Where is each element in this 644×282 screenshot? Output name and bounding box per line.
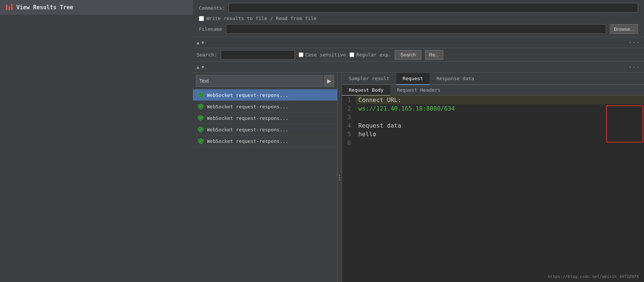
comments-row: Comments: bbox=[199, 3, 638, 13]
watermark: https://blog.csdn.net/weixin_44722978 bbox=[548, 274, 639, 279]
code-line-5: 5 hello bbox=[342, 130, 644, 138]
sub-tabs-row: Request Body Request Headers bbox=[342, 85, 644, 96]
line-number-2: 2 bbox=[342, 104, 355, 113]
shield-check-icon-5 bbox=[197, 138, 204, 144]
resize-dot-1 bbox=[339, 175, 340, 176]
result-text-2: WebSocket request-respons... bbox=[207, 104, 288, 109]
result-item-5[interactable]: WebSocket request-respons... bbox=[193, 135, 337, 147]
sidebar-content bbox=[0, 15, 193, 282]
toolbar-row-2: ▲ ▼ ··· bbox=[193, 62, 644, 73]
shield-check-icon-1 bbox=[197, 92, 204, 98]
up-arrow-icon[interactable]: ▲ bbox=[197, 40, 199, 45]
filename-label: Filename bbox=[199, 26, 222, 32]
line-number-4: 4 bbox=[342, 121, 355, 130]
code-line-6: 6 bbox=[342, 138, 644, 147]
toolbar-dots-1: ··· bbox=[629, 40, 640, 46]
shield-check-icon-4 bbox=[197, 126, 204, 133]
search-input[interactable] bbox=[221, 50, 295, 60]
result-text-4: WebSocket request-respons... bbox=[207, 127, 288, 132]
svg-rect-2 bbox=[11, 4, 13, 10]
resize-dots bbox=[339, 175, 340, 180]
line-content-5: hello bbox=[355, 130, 644, 138]
result-item-4[interactable]: WebSocket request-respons... bbox=[193, 124, 337, 135]
reset-button[interactable]: Re... bbox=[425, 50, 443, 60]
middle-section: Text XML JSON HTML RegExp Tester ▶ WebSo… bbox=[193, 73, 644, 282]
result-text-3: WebSocket request-respons... bbox=[207, 115, 288, 121]
result-item-1[interactable]: WebSocket request-respons... bbox=[193, 89, 337, 101]
filename-input[interactable] bbox=[226, 24, 606, 34]
sub-tab-request-headers[interactable]: Request Headers bbox=[390, 85, 447, 96]
code-area: 1 Connect URL: 2 ws://121.40.165.18:8080… bbox=[342, 96, 644, 282]
chart-icon bbox=[5, 3, 13, 12]
line-content-2: ws://121.40.165.18:8080/634 bbox=[355, 104, 644, 113]
regular-exp-label: Regular exp. bbox=[349, 52, 391, 58]
resize-dot-2 bbox=[339, 177, 340, 178]
sub-tab-request-body[interactable]: Request Body bbox=[342, 85, 390, 96]
comments-input[interactable] bbox=[229, 3, 638, 13]
code-line-1: 1 Connect URL: bbox=[342, 96, 644, 104]
view-type-dropdown[interactable]: Text XML JSON HTML RegExp Tester bbox=[196, 75, 322, 87]
down-arrow-2-icon[interactable]: ▼ bbox=[201, 65, 204, 70]
line-content-4: Request data bbox=[355, 121, 644, 130]
case-sensitive-label: Case sensitive bbox=[299, 52, 346, 58]
search-button[interactable]: Search bbox=[395, 50, 421, 60]
result-item-3[interactable]: WebSocket request-respons... bbox=[193, 112, 337, 124]
line-content-6 bbox=[355, 138, 644, 147]
resize-dot-3 bbox=[339, 179, 340, 180]
line-number-1: 1 bbox=[342, 96, 355, 104]
sidebar: View Results Tree bbox=[0, 0, 193, 282]
top-section: Comments: Write results to file / Read f… bbox=[193, 0, 644, 37]
regular-exp-checkbox[interactable] bbox=[349, 52, 354, 57]
shield-check-icon-2 bbox=[197, 103, 204, 110]
tab-sampler-result[interactable]: Sampler result bbox=[342, 73, 396, 85]
sidebar-title-bar: View Results Tree bbox=[0, 0, 193, 15]
code-line-4: 4 Request data bbox=[342, 121, 644, 130]
svg-rect-0 bbox=[6, 5, 7, 10]
code-line-3: 3 bbox=[342, 113, 644, 121]
up-arrow-2-icon[interactable]: ▲ bbox=[197, 65, 199, 70]
toolbar-dots-2: ··· bbox=[629, 64, 640, 70]
search-label: Search: bbox=[197, 52, 217, 58]
toolbar-row-1: ▲ ▼ ··· bbox=[193, 37, 644, 48]
down-arrow-icon[interactable]: ▼ bbox=[201, 40, 204, 45]
write-results-row: Write results to file / Read from file bbox=[199, 16, 638, 21]
result-item-2[interactable]: WebSocket request-respons... bbox=[193, 101, 337, 112]
main-panel: Comments: Write results to file / Read f… bbox=[193, 0, 644, 282]
line-number-5: 5 bbox=[342, 130, 355, 138]
search-row: Search: Case sensitive Regular exp. Sear… bbox=[193, 48, 644, 62]
right-panel: Sampler result Request Response data Req… bbox=[342, 73, 644, 282]
line-content-1: Connect URL: bbox=[355, 96, 644, 104]
tab-request[interactable]: Request bbox=[396, 73, 430, 85]
line-number-3: 3 bbox=[342, 113, 355, 121]
result-text-5: WebSocket request-respons... bbox=[207, 138, 288, 144]
line-content-3 bbox=[355, 113, 644, 121]
main-tabs-row: Sampler result Request Response data bbox=[342, 73, 644, 85]
comments-label: Comments: bbox=[199, 5, 225, 11]
sidebar-title-text: View Results Tree bbox=[16, 4, 73, 11]
filename-row: Filename Browse... bbox=[199, 24, 638, 34]
dropdown-row: Text XML JSON HTML RegExp Tester ▶ bbox=[193, 73, 337, 89]
tab-response-data[interactable]: Response data bbox=[430, 73, 481, 85]
case-sensitive-checkbox[interactable] bbox=[299, 52, 303, 57]
shield-check-icon-3 bbox=[197, 115, 204, 121]
line-number-6: 6 bbox=[342, 138, 355, 147]
results-list: WebSocket request-respons... WebSocket r… bbox=[193, 89, 337, 282]
write-results-label: Write results to file / Read from file bbox=[206, 16, 316, 21]
code-line-2: 2 ws://121.40.165.18:8080/634 bbox=[342, 104, 644, 113]
svg-rect-1 bbox=[9, 6, 10, 10]
browse-button[interactable]: Browse... bbox=[610, 24, 638, 34]
write-results-checkbox[interactable] bbox=[199, 16, 204, 21]
left-panel: Text XML JSON HTML RegExp Tester ▶ WebSo… bbox=[193, 73, 338, 282]
dropdown-expand-button[interactable]: ▶ bbox=[324, 75, 334, 87]
result-text-1: WebSocket request-respons... bbox=[207, 92, 288, 98]
resize-handle[interactable] bbox=[338, 73, 342, 282]
